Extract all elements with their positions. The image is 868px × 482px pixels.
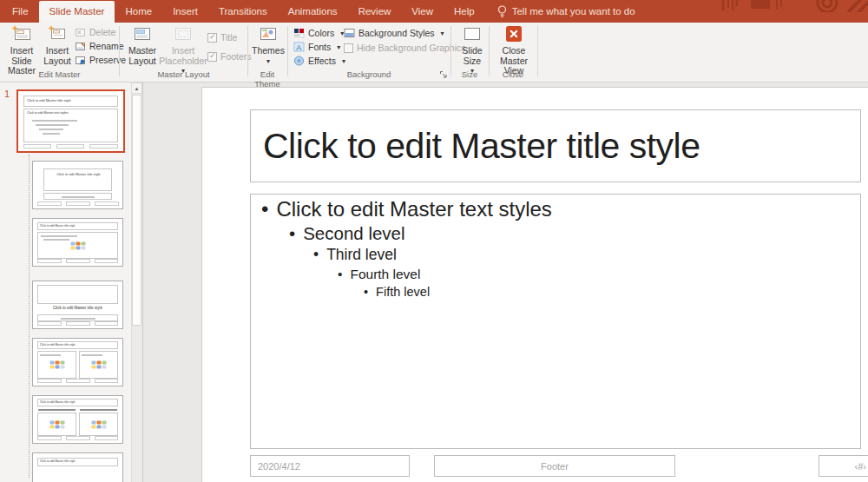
insert-placeholder-icon — [173, 25, 194, 43]
thumbnail-section-header-layout[interactable]: Click to edit Master title style — [32, 281, 123, 329]
content-icon — [49, 366, 54, 369]
content-icon — [102, 425, 106, 428]
content-icon — [55, 361, 59, 365]
thumb-text-line — [43, 239, 69, 241]
thumb-subtitle-placeholder — [43, 193, 112, 200]
content-icon — [76, 241, 80, 245]
thumb-footer-placeholder — [66, 201, 90, 206]
group-divider — [119, 26, 120, 76]
group-divider — [537, 26, 538, 76]
body-level-5-text: Fifth level — [376, 285, 430, 299]
thumbnail-two-content-layout[interactable]: Click to edit Master title style — [32, 338, 123, 386]
rename-button[interactable]: Rename — [75, 40, 124, 52]
thumbnail-title-only-layout[interactable]: Click to edit Master title style — [32, 452, 123, 482]
effects-label: Effects — [308, 56, 336, 66]
thumb-date-placeholder — [37, 436, 62, 440]
insert-layout-icon — [48, 25, 67, 43]
content-icon — [81, 246, 85, 249]
thumb-subtext-placeholder — [37, 314, 118, 321]
slide-number: 1 — [4, 89, 10, 99]
content-placeholder-icons — [70, 241, 85, 249]
content-icon — [60, 361, 64, 365]
thumb-title-text: Click to edit Master title style — [40, 343, 76, 347]
content-icon — [96, 361, 101, 365]
delete-label: Delete — [89, 27, 115, 37]
thumbnail-comparison-layout[interactable]: Click to edit Master title style — [32, 395, 123, 444]
effects-button[interactable]: Effects — [293, 55, 345, 67]
thumb-heading-line — [38, 409, 76, 411]
tab-help[interactable]: Help — [444, 0, 485, 23]
master-layout-button[interactable]: Master Layout — [124, 25, 161, 66]
thumb-title-text: Click to edit Master title style — [40, 224, 76, 228]
thumb-title-placeholder: Click to edit Master title style — [37, 222, 118, 230]
content-icon — [60, 366, 64, 369]
body-level-4: •Fourth level — [251, 265, 860, 283]
thumbnail-slide-master[interactable]: Click to edit Master title style Click t… — [16, 89, 125, 153]
body-level-3: •Third level — [251, 245, 860, 265]
body-level-2-text: Second level — [303, 223, 404, 243]
layout-connector-line — [29, 155, 30, 478]
background-styles-button[interactable]: Background Styles — [344, 27, 444, 39]
themes-button[interactable]: Themes — [251, 25, 286, 66]
svg-text:A: A — [296, 43, 301, 52]
tab-transitions[interactable]: Transitions — [208, 0, 278, 23]
bullet: • — [261, 197, 268, 221]
footer-placeholder[interactable]: Footer — [434, 455, 675, 477]
tab-animations[interactable]: Animations — [278, 0, 348, 23]
thumb-body-text: Click to edit Master text styles — [27, 111, 69, 115]
group-label-master-layout: Master Layout — [121, 69, 247, 79]
master-title-placeholder[interactable]: Click to edit Master title style — [250, 109, 861, 182]
title-checkbox[interactable]: Title — [207, 31, 237, 43]
body-level-1: •Click to edit Master text styles — [251, 196, 860, 222]
preserve-icon — [75, 55, 86, 65]
body-level-2: •Second level — [251, 222, 860, 245]
thumbnail-scrollbar-thumb[interactable] — [132, 95, 141, 326]
thumbnail-title-slide-layout[interactable]: Click to edit Master title style — [32, 161, 123, 209]
thumbnail-title-and-content-layout[interactable]: Click to edit Master title style — [32, 218, 123, 267]
group-label-background: Background — [287, 69, 450, 79]
dialog-launcher-icon[interactable] — [439, 70, 448, 79]
scrollbar-up-arrow[interactable]: ▲ — [131, 83, 142, 94]
tell-me-label: Tell me what you want to do — [512, 6, 635, 17]
thumb-number-placeholder — [89, 144, 118, 149]
themes-label: Themes — [252, 46, 285, 56]
delete-button[interactable]: Delete — [75, 26, 115, 38]
master-body-placeholder[interactable]: •Click to edit Master text styles •Secon… — [250, 194, 861, 449]
bullet: • — [289, 223, 295, 243]
tab-home[interactable]: Home — [115, 0, 162, 23]
colors-button[interactable]: Colors — [293, 27, 344, 39]
insert-slide-master-button[interactable]: Insert Slide Master — [2, 25, 42, 76]
insert-layout-button[interactable]: Insert Layout — [42, 25, 73, 66]
content-icon — [81, 241, 85, 245]
thumb-date-placeholder — [37, 379, 62, 383]
content-icon — [49, 361, 54, 365]
preserve-label: Preserve — [89, 55, 126, 65]
slide-size-button[interactable]: Slide Size — [455, 25, 490, 76]
date-placeholder[interactable]: 2020/4/12 — [250, 455, 410, 477]
content-icon — [102, 361, 106, 365]
footers-checkbox[interactable]: Footers — [207, 50, 252, 63]
content-icon — [55, 425, 59, 428]
tab-review[interactable]: Review — [348, 0, 402, 23]
thumb-footer-placeholder — [66, 379, 90, 383]
insert-placeholder-button[interactable]: Insert Placeholder — [162, 25, 204, 76]
thumb-text-line — [61, 318, 95, 320]
tab-slide-master[interactable]: Slide Master — [39, 1, 115, 23]
fonts-button[interactable]: A Fonts — [293, 41, 340, 53]
thumb-date-placeholder — [23, 144, 51, 149]
delete-icon — [75, 27, 86, 37]
group-label-size: Size — [450, 69, 489, 79]
content-icon — [76, 246, 80, 249]
hide-background-graphics-checkbox[interactable]: Hide Background Graphics — [344, 42, 465, 54]
slide-number-placeholder[interactable]: ‹#› — [819, 455, 868, 477]
thumb-title-placeholder: Click to edit Master title style — [23, 96, 118, 107]
thumb-footer-placeholder — [66, 321, 90, 326]
tab-view[interactable]: View — [401, 0, 444, 23]
tell-me-box[interactable]: Tell me what you want to do — [497, 0, 635, 23]
thumb-content-placeholder — [79, 413, 118, 436]
thumb-date-placeholder — [37, 259, 62, 263]
tab-insert[interactable]: Insert — [162, 0, 208, 23]
close-master-view-button[interactable]: Close Master View — [493, 25, 535, 76]
thumb-text-line — [43, 133, 60, 135]
tab-file[interactable]: File — [2, 0, 39, 23]
